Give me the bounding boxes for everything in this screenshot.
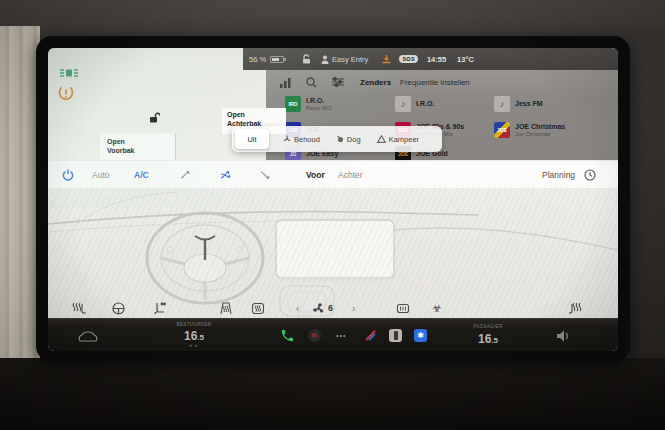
seat-heater-right-icon[interactable]	[568, 298, 582, 318]
background-dark-bottom	[0, 358, 665, 430]
climate-rear-tab[interactable]: Achter	[338, 161, 363, 189]
seat-icon[interactable]	[154, 298, 166, 318]
battery-percent: 56 %	[249, 55, 266, 64]
dog-icon	[336, 135, 344, 143]
unlock-icon	[148, 112, 160, 124]
filter-settings-icon[interactable]	[332, 77, 344, 87]
outside-temperature: 13°C	[457, 55, 474, 64]
tpms-warning-icon	[58, 86, 74, 100]
steering-wheel-heater-icon[interactable]	[112, 298, 125, 318]
headlight-indicator-icon	[60, 68, 78, 78]
sos-badge[interactable]: SOS	[399, 55, 418, 63]
keep-climate-off-button[interactable]: Uit	[235, 129, 269, 149]
climate-schedule-button[interactable]: Planning	[542, 161, 575, 189]
fan-icon	[312, 298, 325, 318]
keep-climate-dog-button[interactable]: Dog	[336, 135, 361, 144]
tab-zenders[interactable]: Zenders	[360, 78, 391, 87]
radio-station-iro-2[interactable]: ♪ I.R.O.	[395, 94, 434, 114]
front-defrost-icon[interactable]	[219, 298, 233, 318]
navigation-app-icon[interactable]	[364, 319, 377, 351]
clock-time: 14:55	[427, 55, 446, 64]
climate-ac-button[interactable]: A/C	[134, 161, 149, 189]
airflow-face-feet-icon[interactable]	[220, 161, 233, 189]
fan-icon	[283, 135, 291, 143]
climate-auto-button[interactable]: Auto	[92, 161, 110, 189]
radio-station-joe-christmas[interactable]: JOE JOE ChristmasJoe Christmas	[494, 120, 565, 140]
driver-profile[interactable]: Easy Entry	[321, 55, 368, 64]
radio-station-iro[interactable]: IRO I.R.O.Radio IRO	[285, 94, 332, 114]
person-icon	[321, 55, 329, 64]
fan-increase-button[interactable]: ›	[352, 298, 355, 318]
seat-heat-indicator-dots: ●●	[189, 343, 199, 348]
station-logo: JOE	[494, 122, 510, 138]
climate-toolbar: Auto A/C Voor Achter Planning	[48, 160, 618, 188]
station-logo: IRO	[285, 96, 301, 112]
unlocked-icon[interactable]	[302, 54, 311, 64]
tent-icon	[377, 135, 386, 143]
seat-heater-left-icon[interactable]	[72, 298, 86, 318]
keep-climate-keep-button[interactable]: Behoud	[283, 135, 320, 144]
more-apps-button[interactable]: •••	[336, 319, 346, 351]
fan-speed-value: 6	[328, 298, 333, 318]
status-bar: 56 % Easy Entry SOS 14:55 13°C	[243, 48, 618, 70]
phone-icon[interactable]	[280, 319, 295, 351]
airflow-face-icon[interactable]	[180, 161, 193, 189]
keep-climate-popup: Uit Behoud Dog Kampeer	[232, 126, 442, 152]
software-update-icon[interactable]	[382, 55, 391, 64]
rear-defrost-icon[interactable]	[251, 298, 265, 318]
music-note-icon: ♪	[494, 96, 510, 112]
volume-icon[interactable]	[556, 319, 570, 351]
tab-frequentie-instellen[interactable]: Frequentie instellen	[400, 78, 470, 87]
driver-temp-control[interactable]: BESTUURDER 16.5 ●●	[174, 319, 214, 351]
airflow-feet-icon[interactable]	[260, 161, 273, 189]
climate-power-button[interactable]	[62, 161, 74, 189]
launcher-bar: BESTUURDER 16.5 ●● ••• ✱ PASSAGIER	[48, 318, 618, 351]
car-controls-icon[interactable]	[78, 319, 98, 351]
music-note-icon: ♪	[395, 96, 411, 112]
photo-of-tesla-screen: 56 % Easy Entry SOS 14:55 13°C	[0, 0, 665, 430]
background-wood-trim	[0, 26, 40, 372]
radio-station-jess-fm[interactable]: ♪ Jess FM	[494, 94, 543, 114]
climate-front-tab[interactable]: Voor	[306, 161, 325, 189]
library-icon[interactable]	[280, 78, 291, 88]
clock-icon[interactable]	[584, 161, 596, 189]
profile-name: Easy Entry	[332, 55, 368, 64]
search-icon[interactable]	[306, 77, 317, 88]
touchscreen: 56 % Easy Entry SOS 14:55 13°C	[48, 48, 618, 351]
background-wall-right	[628, 30, 665, 366]
media-app-icon[interactable]	[308, 319, 321, 351]
passenger-temp-control[interactable]: PASSAGIER 16.5	[468, 319, 508, 351]
keep-climate-camp-button[interactable]: Kampeer	[377, 135, 419, 144]
bioweapon-defense-icon[interactable]: ☣	[432, 298, 442, 318]
climate-quick-controls: ‹ 6 › ☣	[48, 298, 618, 318]
bluetooth-app-icon[interactable]: ✱	[414, 319, 427, 351]
battery-icon	[270, 56, 284, 63]
heated-mirror-icon[interactable]	[396, 298, 410, 318]
fan-decrease-button[interactable]: ‹	[296, 298, 299, 318]
dashcam-app-icon[interactable]	[389, 319, 402, 351]
